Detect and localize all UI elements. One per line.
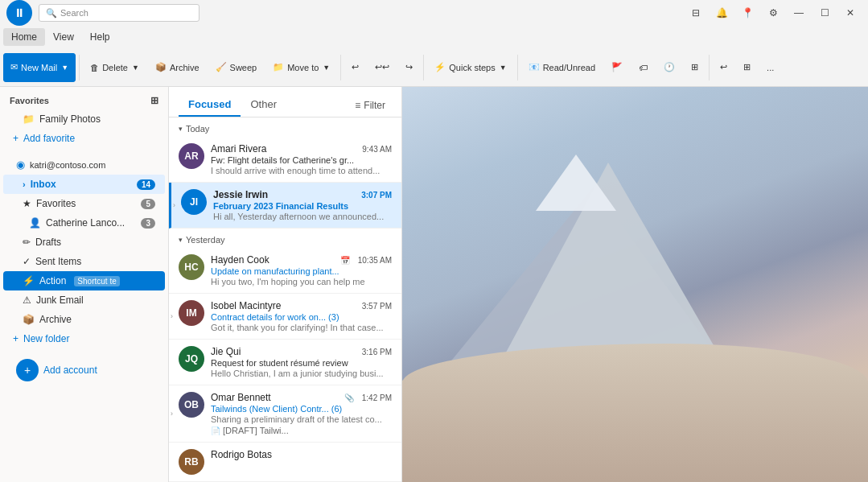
sidebar-item-favorites-sub[interactable]: ★ Favorites 5	[3, 194, 165, 213]
email-item-amari[interactable]: AR Amari Rivera 9:43 AM Fw: Flight detai…	[169, 137, 401, 183]
preview-amari: I should arrive with enough time to atte…	[211, 166, 392, 175]
email-content-omar: Omar Bennett 📎 1:42 PM Tailwinds (New Cl…	[211, 392, 392, 435]
email-content-jie: Jie Qui 3:16 PM Request for student résu…	[211, 346, 392, 378]
sidebar-item-inbox[interactable]: Inbox 14	[3, 175, 165, 194]
menu-help[interactable]: Help	[82, 28, 118, 46]
archive-button[interactable]: 📦 Archive	[148, 53, 207, 82]
maximize-button[interactable]: ☐	[813, 2, 836, 24]
time-hayden: 10:35 AM	[358, 256, 392, 265]
read-unread-button[interactable]: 📧 Read/Unread	[521, 53, 603, 82]
group-today: ▾ Today	[169, 117, 401, 137]
view-button[interactable]: ⊞	[684, 53, 706, 82]
catherine-badge: 3	[141, 218, 155, 229]
email-list-body: ▾ Today AR Amari Rivera 9:43 AM Fw: Flig…	[169, 117, 401, 482]
sidebar-item-drafts[interactable]: ✏ Drafts	[3, 233, 165, 252]
tab-other[interactable]: Other	[241, 93, 286, 117]
move-to-button[interactable]: 📁 Move to ▼	[265, 53, 337, 82]
favorites-sub-icon: ★	[23, 198, 31, 209]
delete-button[interactable]: 🗑 Delete ▼	[83, 53, 146, 82]
read-unread-label: Read/Unread	[543, 63, 595, 72]
email-item-hayden[interactable]: HC Hayden Cook 📅 10:35 AM Update on manu…	[169, 248, 401, 294]
favorites-header[interactable]: Favorites ⊞	[0, 90, 168, 109]
location-icon[interactable]: 📍	[736, 2, 759, 24]
time-jie: 3:16 PM	[362, 348, 392, 356]
email-item-rodrigo[interactable]: RB Rodrigo Botas	[169, 443, 401, 482]
undo-button[interactable]: ↩	[713, 53, 734, 82]
ribbon-sep-5	[709, 55, 710, 80]
junk-label: Junk Email	[36, 295, 84, 306]
email-item-omar[interactable]: › OB Omar Bennett 📎 1:42 PM Tailwinds (N…	[169, 385, 401, 443]
email-item-isobel[interactable]: › IM Isobel Macintyre 3:57 PM Contract d…	[169, 294, 401, 340]
add-account-item[interactable]: + Add account	[3, 355, 165, 385]
sweep-button[interactable]: 🧹 Sweep	[208, 53, 265, 82]
close-button[interactable]: ✕	[839, 2, 862, 24]
avatar-hayden: HC	[179, 254, 204, 280]
menu-home[interactable]: Home	[3, 28, 45, 46]
expand-icon-omar: ›	[169, 410, 173, 418]
reply-button[interactable]: ↩	[344, 53, 366, 82]
new-folder-link[interactable]: + New folder	[0, 329, 168, 348]
tab-focused[interactable]: Focused	[179, 93, 241, 117]
forward-button[interactable]: ↪	[398, 53, 420, 82]
move-dropdown-icon[interactable]: ▼	[323, 64, 330, 72]
search-bar[interactable]: 🔍 Search	[39, 4, 200, 22]
move-to-label: Move to	[287, 63, 319, 72]
subject-jessie: February 2023 Financial Results	[213, 201, 392, 211]
main-area: Favorites ⊞ 📁 Family Photos + Add favori…	[0, 87, 868, 482]
subject-hayden: Update on manufacturing plant...	[211, 266, 392, 276]
title-bar-left: ⏸ 🔍 Search	[6, 0, 200, 26]
subject-omar: Tailwinds (New Client) Contr... (6)	[211, 404, 392, 414]
time-omar: 1:42 PM	[362, 393, 392, 402]
sweep-icon: 🧹	[216, 62, 227, 72]
minimize-button[interactable]: —	[788, 2, 810, 24]
folder-icon: 📁	[23, 113, 35, 125]
tags-button[interactable]: 🏷	[631, 53, 655, 82]
sidebar-item-junk[interactable]: ⚠ Junk Email	[3, 290, 165, 310]
email-content-rodrigo: Rodrigo Botas	[211, 449, 392, 475]
action-icon: ⚡	[23, 275, 35, 286]
search-placeholder: Search	[60, 8, 88, 18]
app-logo: ⏸	[6, 0, 32, 26]
grid-button[interactable]: ⊞	[736, 53, 758, 82]
more-button[interactable]: ...	[759, 53, 781, 82]
email-header-jessie: Jessie Irwin 3:07 PM	[213, 189, 392, 200]
expand-icon: ⊞	[150, 95, 158, 106]
subject-jie: Request for student résumé review	[211, 358, 392, 368]
email-draft-omar: 📄 [DRAFT] Tailwi...	[211, 426, 392, 435]
email-header-hayden: Hayden Cook 📅 10:35 AM	[211, 254, 392, 266]
action-label: Action	[39, 275, 66, 286]
sidebar-item-catherine[interactable]: 👤 Catherine Lanco... 3	[3, 213, 165, 233]
sidebar-item-archive[interactable]: 📦 Archive	[3, 310, 165, 329]
delete-dropdown-icon[interactable]: ▼	[132, 64, 139, 72]
bell-icon[interactable]: 🔔	[710, 2, 733, 24]
new-mail-dropdown-icon[interactable]: ▼	[61, 64, 68, 72]
archive-icon: 📦	[155, 62, 167, 72]
drafts-label: Drafts	[35, 237, 61, 248]
new-folder-label: New folder	[23, 333, 69, 344]
settings-icon[interactable]: ⚙	[762, 2, 784, 24]
flag-button[interactable]: 🚩	[604, 53, 630, 82]
add-favorite-link[interactable]: + Add favorite	[0, 129, 168, 148]
add-account-avatar: +	[16, 359, 39, 381]
quick-steps-button[interactable]: ⚡ Quick steps ▼	[427, 53, 513, 82]
menu-view[interactable]: View	[45, 28, 82, 46]
filter-button[interactable]: ≡ Filter	[348, 97, 392, 114]
sender-amari: Amari Rivera	[211, 143, 266, 154]
email-item-jessie[interactable]: › JI Jessie Irwin 3:07 PM February 2023 …	[169, 183, 401, 229]
archive-folder-icon: 📦	[23, 314, 35, 325]
preview-jessie: Hi all, Yesterday afternoon we announced…	[213, 212, 392, 221]
new-mail-button[interactable]: ✉ New Mail ▼	[3, 53, 76, 82]
taskbar-icon[interactable]: ⊟	[685, 2, 707, 24]
sidebar-item-action[interactable]: ⚡ Action Shortcut te	[3, 271, 165, 290]
sidebar-item-family-photos[interactable]: 📁 Family Photos	[3, 109, 165, 129]
person-icon: 👤	[29, 217, 41, 229]
quick-steps-dropdown-icon[interactable]: ▼	[500, 64, 507, 72]
email-item-jie[interactable]: JQ Jie Qui 3:16 PM Request for student r…	[169, 340, 401, 385]
catherine-label: Catherine Lanco...	[46, 217, 125, 229]
email-header-jie: Jie Qui 3:16 PM	[211, 346, 392, 357]
clock-button[interactable]: 🕐	[656, 53, 682, 82]
account-item[interactable]: ◉ katri@contoso.com	[3, 154, 165, 175]
reply-all-button[interactable]: ↩↩	[368, 53, 397, 82]
sender-rodrigo: Rodrigo Botas	[211, 449, 272, 460]
sidebar-item-sent[interactable]: ✓ Sent Items	[3, 252, 165, 271]
